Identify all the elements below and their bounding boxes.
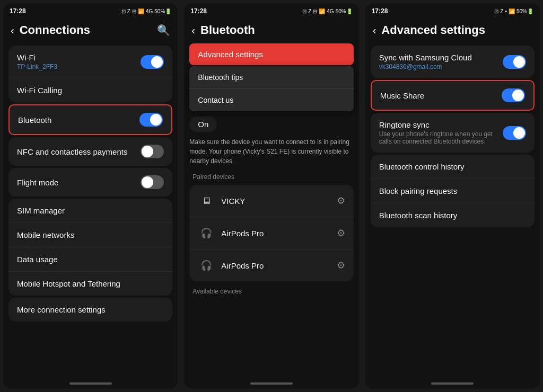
gear-icon-airpods-2[interactable]: ⚙ (337, 260, 345, 271)
device-name-airpods-2: AirPods Pro (221, 261, 336, 270)
sync-section: Sync with Samsung Cloud vk304836@gmail.c… (371, 46, 535, 78)
wifi-toggle[interactable] (141, 55, 164, 69)
scan-history-title: Bluetooth scan history (379, 211, 526, 220)
bluetooth-on-badge[interactable]: On (189, 117, 217, 132)
wifi-calling-content: Wi-Fi Calling (17, 86, 164, 95)
nfc-item[interactable]: NFC and contactless payments (8, 137, 172, 166)
flight-item[interactable]: Flight mode (8, 168, 172, 197)
control-history-title: Bluetooth control history (379, 162, 526, 171)
gear-icon-vicky[interactable]: ⚙ (337, 195, 345, 207)
contact-us-item[interactable]: Contact us (189, 89, 353, 111)
paired-label: Paired devices (184, 169, 358, 183)
bluetooth-toggle[interactable] (139, 113, 163, 127)
wifi-item[interactable]: Wi-Fi TP-Link_2FF3 (8, 46, 172, 78)
device-icon-vicky: 🖥 (198, 192, 215, 209)
status-icons-1: ⊡Z⊟ 📶4G50%🔋 (121, 8, 171, 14)
back-button-1[interactable]: ‹ (11, 24, 14, 37)
dropdown-menu: Bluetooth tips Contact us (189, 66, 353, 111)
search-icon-1[interactable]: 🔍 (157, 24, 170, 37)
nav-bar-1 (3, 378, 178, 389)
sync-toggle[interactable] (503, 55, 526, 69)
nav-bar-3 (365, 378, 540, 389)
more-section: More connection settings (8, 298, 172, 322)
more-item[interactable]: More connection settings (8, 298, 172, 322)
flight-content: Flight mode (17, 178, 141, 187)
device-icon-airpods-1: 🎧 (198, 225, 215, 242)
sync-title: Sync with Samsung Cloud (379, 53, 503, 62)
data-usage-item[interactable]: Data usage (8, 247, 172, 272)
music-share-item[interactable]: Music Share (372, 81, 533, 110)
device-airpods-2[interactable]: 🎧 AirPods Pro ⚙ (189, 250, 353, 281)
ringtone-toggle[interactable] (503, 126, 526, 140)
ringtone-title: Ringtone sync (379, 120, 503, 129)
panel-advanced: 17:28 ⊡Z• 📶50%🔋 ‹ Advanced settings Sync… (365, 3, 540, 389)
music-share-toggle[interactable] (502, 88, 525, 102)
hotspot-item[interactable]: Mobile Hotspot and Tethering (8, 272, 172, 296)
wifi-content: Wi-Fi TP-Link_2FF3 (17, 53, 141, 70)
bluetooth-tips-item[interactable]: Bluetooth tips (189, 66, 353, 89)
ringtone-subtitle: Use your phone's ringtone when you get c… (379, 130, 503, 145)
status-bar-3: 17:28 ⊡Z• 📶50%🔋 (365, 3, 540, 18)
device-name-airpods-1: AirPods Pro (221, 229, 336, 238)
status-bar-2: 17:28 ⊡Z⊟ 📶4G50%🔋 (184, 3, 358, 18)
back-button-3[interactable]: ‹ (373, 24, 376, 37)
nfc-toggle[interactable] (141, 145, 164, 158)
control-history-item[interactable]: Bluetooth control history (371, 155, 535, 179)
flight-section: Flight mode (8, 168, 172, 197)
bluetooth-item[interactable]: Bluetooth (10, 105, 171, 134)
nfc-section: NFC and contactless payments (8, 137, 172, 166)
nav-bar-2 (184, 378, 358, 389)
gear-icon-airpods-1[interactable]: ⚙ (337, 227, 345, 239)
data-usage-title: Data usage (17, 255, 164, 264)
bluetooth-content: Bluetooth (18, 115, 139, 124)
nav-indicator-3 (431, 382, 474, 385)
ringtone-item[interactable]: Ringtone sync Use your phone's ringtone … (371, 113, 535, 153)
header-bluetooth: ‹ Bluetooth (184, 18, 358, 40)
status-icons-2: ⊡Z⊟ 📶4G50%🔋 (302, 8, 352, 14)
middle-section: SIM manager Mobile networks Data usage M… (8, 199, 172, 296)
wifi-section: Wi-Fi TP-Link_2FF3 Wi-Fi Calling (8, 46, 172, 102)
hotspot-title: Mobile Hotspot and Tethering (17, 279, 164, 288)
nav-indicator-2 (250, 382, 293, 385)
bluetooth-title: Bluetooth (18, 115, 139, 124)
advanced-content: Sync with Samsung Cloud vk304836@gmail.c… (365, 40, 540, 378)
device-airpods-1[interactable]: 🎧 AirPods Pro ⚙ (189, 217, 353, 250)
more-title: More connection settings (17, 305, 164, 314)
bluetooth-content: Advanced settings Bluetooth tips Contact… (184, 40, 358, 378)
device-name-vicky: VICKY (221, 197, 336, 206)
sync-item[interactable]: Sync with Samsung Cloud vk304836@gmail.c… (371, 46, 535, 78)
back-button-2[interactable]: ‹ (191, 24, 195, 37)
sim-title: SIM manager (17, 206, 164, 215)
page-title-3: Advanced settings (381, 23, 532, 37)
ringtone-section: Ringtone sync Use your phone's ringtone … (371, 113, 535, 153)
nfc-content: NFC and contactless payments (17, 147, 141, 156)
available-label: Available devices (184, 283, 358, 297)
header-advanced: ‹ Advanced settings (365, 18, 540, 40)
header-connections: ‹ Connections 🔍 (3, 18, 178, 40)
bottom-section: Bluetooth control history Block pairing … (371, 155, 535, 227)
status-bar-1: 17:28 ⊡Z⊟ 📶4G50%🔋 (3, 3, 178, 18)
nfc-title: NFC and contactless payments (17, 147, 141, 156)
advanced-settings-trigger[interactable]: Advanced settings (189, 43, 353, 65)
block-pairing-title: Block pairing requests (379, 186, 526, 195)
sim-item[interactable]: SIM manager (8, 199, 172, 223)
panel-connections: 17:28 ⊡Z⊟ 📶4G50%🔋 ‹ Connections 🔍 Wi-Fi … (3, 3, 178, 389)
time-1: 17:28 (10, 7, 26, 15)
mobile-networks-item[interactable]: Mobile networks (8, 223, 172, 247)
nav-indicator-1 (69, 382, 112, 385)
flight-toggle[interactable] (141, 175, 164, 189)
wifi-title: Wi-Fi (17, 53, 141, 62)
scan-history-item[interactable]: Bluetooth scan history (371, 203, 535, 227)
status-icons-3: ⊡Z• 📶50%🔋 (494, 8, 533, 14)
connections-content: Wi-Fi TP-Link_2FF3 Wi-Fi Calling Bluetoo… (3, 40, 178, 378)
block-pairing-item[interactable]: Block pairing requests (371, 179, 535, 203)
device-icon-airpods-2: 🎧 (198, 257, 215, 274)
advanced-settings-label: Advanced settings (198, 50, 263, 59)
page-title-1: Connections (20, 23, 152, 37)
wifi-calling-item[interactable]: Wi-Fi Calling (8, 78, 172, 102)
panel-bluetooth: 17:28 ⊡Z⊟ 📶4G50%🔋 ‹ Bluetooth Advanced s… (184, 3, 358, 389)
bluetooth-description: Make sure the device you want to connect… (189, 137, 353, 166)
device-vicky[interactable]: 🖥 VICKY ⚙ (189, 185, 353, 217)
flight-title: Flight mode (17, 178, 141, 187)
dropdown-container: Advanced settings Bluetooth tips Contact… (189, 43, 353, 111)
